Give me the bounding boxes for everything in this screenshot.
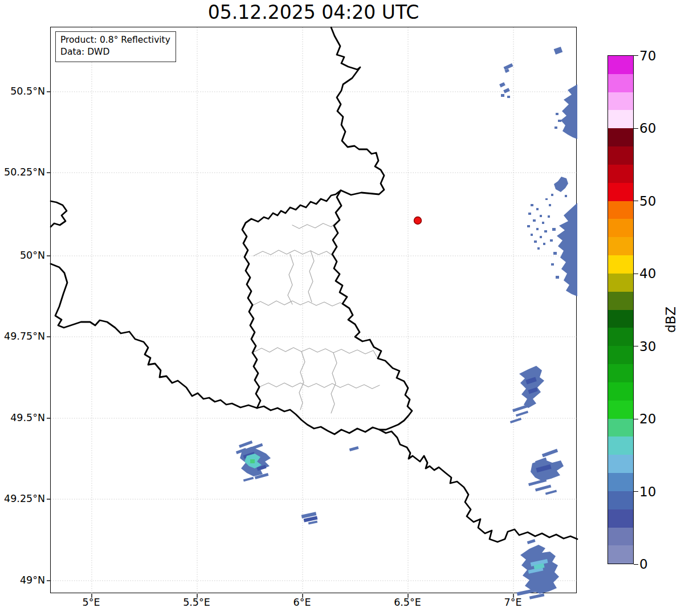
colorbar-band — [608, 255, 633, 274]
colorbar-band — [608, 455, 633, 473]
colorbar-tick — [634, 201, 638, 201]
y-tick-label: 49.25°N — [0, 492, 45, 505]
y-tick-label: 50.5°N — [0, 85, 45, 97]
colorbar-band — [608, 528, 633, 546]
colorbar-band — [608, 491, 633, 509]
colorbar-tick — [634, 346, 638, 346]
x-tick-label: 5°E — [63, 597, 120, 608]
colorbar-tick — [634, 491, 638, 492]
y-tick-label: 49.5°N — [0, 411, 45, 424]
colorbar-tick — [634, 274, 638, 274]
colorbar-tick-label: 50 — [639, 193, 674, 209]
colorbar-tick-label: 60 — [639, 120, 674, 136]
radar-figure: 05.12.2025 04:20 UTC — [0, 0, 685, 616]
colorbar-band — [608, 310, 633, 328]
product-info-line: Product: 0.8° Reflectivity — [60, 34, 170, 46]
border-luxembourg — [242, 190, 412, 434]
colorbar-tick-label: 40 — [639, 266, 674, 282]
colorbar-band — [608, 110, 633, 128]
map-plot-area: Product: 0.8° Reflectivity Data: DWD — [50, 27, 577, 593]
colorbar-tick — [634, 128, 638, 129]
country-borders — [51, 27, 577, 542]
axis-tick-marks — [47, 92, 513, 598]
product-info-box: Product: 0.8° Reflectivity Data: DWD — [55, 31, 176, 62]
colorbar-band — [608, 436, 633, 455]
grid-lines — [51, 27, 577, 594]
district-borders — [251, 220, 380, 413]
colorbar-band — [608, 473, 633, 491]
colorbar-band — [608, 183, 633, 201]
border-belgium-germany — [331, 27, 384, 195]
border-france-belgium — [51, 264, 257, 408]
colorbar-band — [608, 128, 633, 146]
y-tick-label: 50.25°N — [0, 166, 45, 178]
colorbar-tick-label: 20 — [639, 411, 674, 427]
colorbar-band — [608, 92, 633, 111]
colorbar-band — [608, 419, 633, 437]
colorbar-band — [608, 56, 633, 74]
border-left-salient — [51, 201, 67, 227]
colorbar-band — [608, 237, 633, 255]
colorbar-band — [608, 292, 633, 310]
colorbar-band — [608, 509, 633, 528]
colorbar-band — [608, 74, 633, 92]
figure-title: 05.12.2025 04:20 UTC — [50, 1, 577, 23]
colorbar-band — [608, 146, 633, 165]
colorbar-band — [608, 219, 633, 237]
map-canvas — [51, 27, 577, 594]
colorbar-band — [608, 328, 633, 346]
colorbar-band — [608, 545, 633, 564]
y-tick-label: 49°N — [0, 574, 45, 586]
colorbar-tick-label: 10 — [639, 484, 674, 500]
colorbar-band — [608, 382, 633, 401]
colorbar-band — [608, 364, 633, 382]
colorbar-band — [608, 401, 633, 419]
colorbar — [607, 55, 634, 564]
data-source-line: Data: DWD — [60, 46, 170, 58]
colorbar-tick — [634, 564, 638, 565]
radar-site-marker — [414, 217, 422, 225]
colorbar-band — [608, 274, 633, 292]
x-tick-label: 5.5°E — [168, 597, 225, 608]
colorbar-tick — [634, 55, 638, 56]
colorbar-band — [608, 165, 633, 183]
colorbar-band — [608, 201, 633, 219]
y-tick-label: 50°N — [0, 249, 45, 262]
x-tick-label: 7°E — [484, 597, 541, 608]
colorbar-band — [608, 346, 633, 364]
colorbar-unit-label: dBZ — [662, 291, 679, 348]
x-tick-label: 6.5°E — [379, 597, 436, 608]
x-tick-label: 6°E — [274, 597, 331, 608]
colorbar-tick-label: 70 — [639, 48, 674, 64]
radar-echo-patches — [236, 47, 577, 599]
colorbar-tick — [634, 419, 638, 419]
y-tick-label: 49.75°N — [0, 330, 45, 342]
colorbar-tick-label: 0 — [639, 556, 674, 572]
